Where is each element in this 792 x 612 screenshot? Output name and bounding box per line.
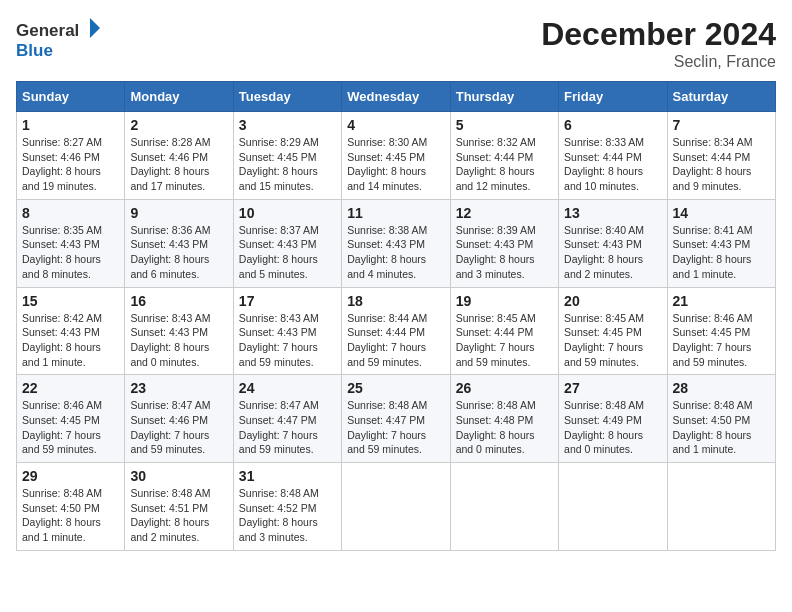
week-row-1: 1Sunrise: 8:27 AM Sunset: 4:46 PM Daylig… <box>17 112 776 200</box>
logo-svg: General Blue <box>16 16 106 61</box>
day-cell: 16Sunrise: 8:43 AM Sunset: 4:43 PM Dayli… <box>125 287 233 375</box>
day-cell: 31Sunrise: 8:48 AM Sunset: 4:52 PM Dayli… <box>233 463 341 551</box>
day-cell: 21Sunrise: 8:46 AM Sunset: 4:45 PM Dayli… <box>667 287 775 375</box>
day-number: 6 <box>564 117 661 133</box>
svg-marker-2 <box>90 18 100 38</box>
day-number: 27 <box>564 380 661 396</box>
day-info: Sunrise: 8:38 AM Sunset: 4:43 PM Dayligh… <box>347 223 444 282</box>
day-cell: 23Sunrise: 8:47 AM Sunset: 4:46 PM Dayli… <box>125 375 233 463</box>
svg-text:Blue: Blue <box>16 41 53 60</box>
day-cell: 2Sunrise: 8:28 AM Sunset: 4:46 PM Daylig… <box>125 112 233 200</box>
day-info: Sunrise: 8:48 AM Sunset: 4:47 PM Dayligh… <box>347 398 444 457</box>
day-number: 22 <box>22 380 119 396</box>
day-cell: 27Sunrise: 8:48 AM Sunset: 4:49 PM Dayli… <box>559 375 667 463</box>
day-cell: 7Sunrise: 8:34 AM Sunset: 4:44 PM Daylig… <box>667 112 775 200</box>
day-cell: 29Sunrise: 8:48 AM Sunset: 4:50 PM Dayli… <box>17 463 125 551</box>
column-header-tuesday: Tuesday <box>233 82 341 112</box>
day-info: Sunrise: 8:48 AM Sunset: 4:48 PM Dayligh… <box>456 398 553 457</box>
day-cell: 18Sunrise: 8:44 AM Sunset: 4:44 PM Dayli… <box>342 287 450 375</box>
day-cell: 14Sunrise: 8:41 AM Sunset: 4:43 PM Dayli… <box>667 199 775 287</box>
day-number: 24 <box>239 380 336 396</box>
day-info: Sunrise: 8:45 AM Sunset: 4:44 PM Dayligh… <box>456 311 553 370</box>
week-row-3: 15Sunrise: 8:42 AM Sunset: 4:43 PM Dayli… <box>17 287 776 375</box>
day-info: Sunrise: 8:34 AM Sunset: 4:44 PM Dayligh… <box>673 135 770 194</box>
column-header-thursday: Thursday <box>450 82 558 112</box>
day-info: Sunrise: 8:48 AM Sunset: 4:50 PM Dayligh… <box>673 398 770 457</box>
day-info: Sunrise: 8:44 AM Sunset: 4:44 PM Dayligh… <box>347 311 444 370</box>
day-info: Sunrise: 8:42 AM Sunset: 4:43 PM Dayligh… <box>22 311 119 370</box>
day-cell: 30Sunrise: 8:48 AM Sunset: 4:51 PM Dayli… <box>125 463 233 551</box>
day-cell: 26Sunrise: 8:48 AM Sunset: 4:48 PM Dayli… <box>450 375 558 463</box>
day-cell: 8Sunrise: 8:35 AM Sunset: 4:43 PM Daylig… <box>17 199 125 287</box>
page-subtitle: Seclin, France <box>541 53 776 71</box>
day-info: Sunrise: 8:43 AM Sunset: 4:43 PM Dayligh… <box>130 311 227 370</box>
day-cell: 20Sunrise: 8:45 AM Sunset: 4:45 PM Dayli… <box>559 287 667 375</box>
day-number: 17 <box>239 293 336 309</box>
day-number: 5 <box>456 117 553 133</box>
day-number: 10 <box>239 205 336 221</box>
day-number: 15 <box>22 293 119 309</box>
day-number: 30 <box>130 468 227 484</box>
day-cell: 24Sunrise: 8:47 AM Sunset: 4:47 PM Dayli… <box>233 375 341 463</box>
day-info: Sunrise: 8:39 AM Sunset: 4:43 PM Dayligh… <box>456 223 553 282</box>
title-block: December 2024 Seclin, France <box>541 16 776 71</box>
column-header-wednesday: Wednesday <box>342 82 450 112</box>
column-header-sunday: Sunday <box>17 82 125 112</box>
day-info: Sunrise: 8:47 AM Sunset: 4:46 PM Dayligh… <box>130 398 227 457</box>
day-info: Sunrise: 8:30 AM Sunset: 4:45 PM Dayligh… <box>347 135 444 194</box>
day-cell <box>667 463 775 551</box>
day-cell: 9Sunrise: 8:36 AM Sunset: 4:43 PM Daylig… <box>125 199 233 287</box>
day-number: 25 <box>347 380 444 396</box>
day-cell: 13Sunrise: 8:40 AM Sunset: 4:43 PM Dayli… <box>559 199 667 287</box>
day-info: Sunrise: 8:27 AM Sunset: 4:46 PM Dayligh… <box>22 135 119 194</box>
day-number: 4 <box>347 117 444 133</box>
day-cell: 22Sunrise: 8:46 AM Sunset: 4:45 PM Dayli… <box>17 375 125 463</box>
logo: General Blue <box>16 16 106 61</box>
day-info: Sunrise: 8:37 AM Sunset: 4:43 PM Dayligh… <box>239 223 336 282</box>
day-cell: 10Sunrise: 8:37 AM Sunset: 4:43 PM Dayli… <box>233 199 341 287</box>
day-info: Sunrise: 8:48 AM Sunset: 4:49 PM Dayligh… <box>564 398 661 457</box>
day-number: 26 <box>456 380 553 396</box>
day-info: Sunrise: 8:45 AM Sunset: 4:45 PM Dayligh… <box>564 311 661 370</box>
day-cell: 6Sunrise: 8:33 AM Sunset: 4:44 PM Daylig… <box>559 112 667 200</box>
day-number: 2 <box>130 117 227 133</box>
svg-text:General: General <box>16 21 79 40</box>
day-cell: 4Sunrise: 8:30 AM Sunset: 4:45 PM Daylig… <box>342 112 450 200</box>
day-cell <box>559 463 667 551</box>
day-number: 7 <box>673 117 770 133</box>
day-number: 18 <box>347 293 444 309</box>
day-number: 11 <box>347 205 444 221</box>
day-number: 1 <box>22 117 119 133</box>
page-title: December 2024 <box>541 16 776 53</box>
day-cell <box>342 463 450 551</box>
day-number: 3 <box>239 117 336 133</box>
day-info: Sunrise: 8:43 AM Sunset: 4:43 PM Dayligh… <box>239 311 336 370</box>
calendar-table: SundayMondayTuesdayWednesdayThursdayFrid… <box>16 81 776 551</box>
day-number: 13 <box>564 205 661 221</box>
week-row-4: 22Sunrise: 8:46 AM Sunset: 4:45 PM Dayli… <box>17 375 776 463</box>
day-info: Sunrise: 8:48 AM Sunset: 4:52 PM Dayligh… <box>239 486 336 545</box>
day-number: 31 <box>239 468 336 484</box>
day-cell: 12Sunrise: 8:39 AM Sunset: 4:43 PM Dayli… <box>450 199 558 287</box>
day-info: Sunrise: 8:48 AM Sunset: 4:51 PM Dayligh… <box>130 486 227 545</box>
day-info: Sunrise: 8:46 AM Sunset: 4:45 PM Dayligh… <box>22 398 119 457</box>
day-info: Sunrise: 8:28 AM Sunset: 4:46 PM Dayligh… <box>130 135 227 194</box>
day-number: 28 <box>673 380 770 396</box>
day-number: 19 <box>456 293 553 309</box>
page-header: General Blue December 2024 Seclin, Franc… <box>16 16 776 71</box>
day-number: 21 <box>673 293 770 309</box>
day-info: Sunrise: 8:32 AM Sunset: 4:44 PM Dayligh… <box>456 135 553 194</box>
day-cell: 15Sunrise: 8:42 AM Sunset: 4:43 PM Dayli… <box>17 287 125 375</box>
day-cell: 17Sunrise: 8:43 AM Sunset: 4:43 PM Dayli… <box>233 287 341 375</box>
day-number: 9 <box>130 205 227 221</box>
day-cell: 25Sunrise: 8:48 AM Sunset: 4:47 PM Dayli… <box>342 375 450 463</box>
day-cell <box>450 463 558 551</box>
day-info: Sunrise: 8:48 AM Sunset: 4:50 PM Dayligh… <box>22 486 119 545</box>
day-cell: 3Sunrise: 8:29 AM Sunset: 4:45 PM Daylig… <box>233 112 341 200</box>
day-number: 16 <box>130 293 227 309</box>
day-cell: 11Sunrise: 8:38 AM Sunset: 4:43 PM Dayli… <box>342 199 450 287</box>
day-cell: 19Sunrise: 8:45 AM Sunset: 4:44 PM Dayli… <box>450 287 558 375</box>
day-info: Sunrise: 8:33 AM Sunset: 4:44 PM Dayligh… <box>564 135 661 194</box>
day-number: 12 <box>456 205 553 221</box>
day-info: Sunrise: 8:41 AM Sunset: 4:43 PM Dayligh… <box>673 223 770 282</box>
